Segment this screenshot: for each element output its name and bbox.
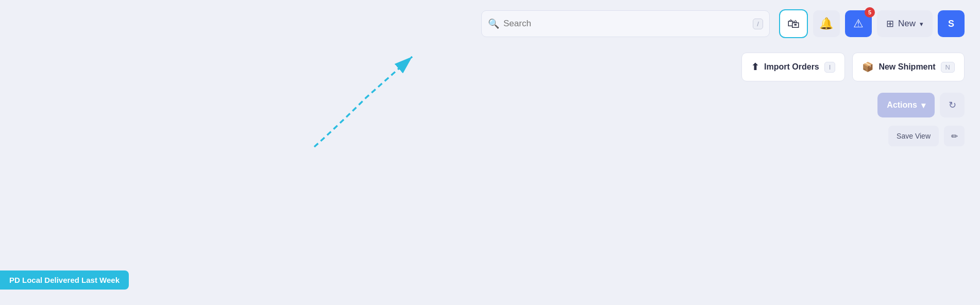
search-icon: 🔍	[488, 18, 499, 29]
new-chevron-icon: ▾	[920, 20, 923, 28]
refresh-button[interactable]: ↻	[940, 93, 965, 117]
search-shortcut-key: /	[753, 19, 763, 29]
import-orders-button[interactable]: ⬆ Import Orders I	[741, 53, 845, 81]
dropdown-row: ⬆ Import Orders I 📦 New Shipment N	[0, 53, 980, 81]
main-container: 🔍 / 🛍 🔔 ⚠ 5 ⊞ New ▾ S ⬆ Import Orders I	[0, 0, 980, 305]
import-orders-label: Import Orders	[764, 62, 819, 72]
bell-icon: 🔔	[819, 17, 833, 30]
bell-button[interactable]: 🔔	[813, 10, 840, 37]
actions-row: Actions ▾ ↻	[0, 93, 980, 117]
alert-button[interactable]: ⚠ 5	[845, 10, 872, 37]
import-icon: ⬆	[751, 61, 759, 73]
save-row: Save View ✏	[0, 126, 980, 146]
actions-label: Actions	[887, 100, 917, 110]
shipment-shortcut-key: N	[941, 62, 955, 73]
avatar-button[interactable]: S	[938, 10, 965, 37]
new-shipment-label: New Shipment	[878, 62, 935, 72]
search-input[interactable]	[503, 19, 749, 29]
shipment-icon: 📦	[862, 61, 873, 73]
save-view-button[interactable]: Save View	[888, 126, 939, 146]
alert-icon: ⚠	[853, 17, 864, 30]
new-plus-icon: ⊞	[886, 18, 894, 29]
alert-badge: 5	[865, 7, 875, 18]
new-shipment-button[interactable]: 📦 New Shipment N	[852, 53, 965, 81]
edit-icon: ✏	[951, 131, 958, 141]
refresh-icon: ↻	[949, 99, 956, 111]
new-button[interactable]: ⊞ New ▾	[877, 10, 933, 37]
edit-button[interactable]: ✏	[944, 126, 965, 146]
shop-icon: 🛍	[787, 16, 800, 31]
toolbar: 🔍 / 🛍 🔔 ⚠ 5 ⊞ New ▾ S	[0, 0, 980, 47]
import-shortcut-key: I	[824, 62, 836, 73]
tag-label: PD Local Delivered Last Week	[0, 270, 129, 290]
actions-chevron-icon: ▾	[921, 100, 925, 110]
new-label: New	[898, 19, 916, 29]
search-box: 🔍 /	[481, 10, 770, 37]
actions-button[interactable]: Actions ▾	[877, 93, 935, 117]
avatar-label: S	[948, 19, 954, 29]
shop-button[interactable]: 🛍	[779, 9, 808, 38]
